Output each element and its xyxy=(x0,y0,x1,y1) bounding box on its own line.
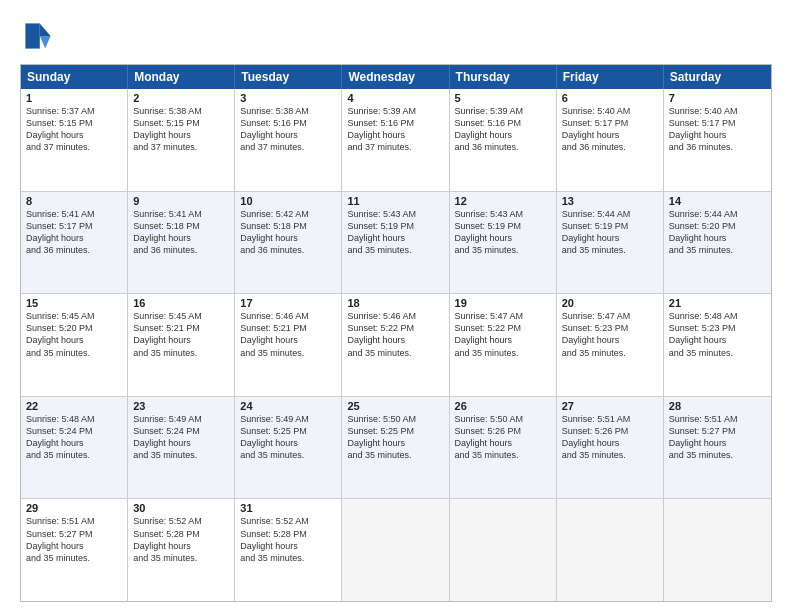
calendar-header-cell: Saturday xyxy=(664,65,771,89)
calendar-cell: 1Sunrise: 5:37 AMSunset: 5:15 PMDaylight… xyxy=(21,89,128,191)
calendar-cell: 7Sunrise: 5:40 AMSunset: 5:17 PMDaylight… xyxy=(664,89,771,191)
sunrise-text: Sunrise: 5:51 AM xyxy=(562,413,658,425)
sunrise-text: Sunrise: 5:42 AM xyxy=(240,208,336,220)
calendar-cell: 5Sunrise: 5:39 AMSunset: 5:16 PMDaylight… xyxy=(450,89,557,191)
day-number: 29 xyxy=(26,502,122,514)
daylight-value: and 37 minutes. xyxy=(240,141,336,153)
day-number: 26 xyxy=(455,400,551,412)
day-number: 23 xyxy=(133,400,229,412)
calendar-header-cell: Friday xyxy=(557,65,664,89)
sunset-text: Sunset: 5:23 PM xyxy=(562,322,658,334)
sunrise-text: Sunrise: 5:51 AM xyxy=(26,515,122,527)
calendar-week: 29Sunrise: 5:51 AMSunset: 5:27 PMDayligh… xyxy=(21,499,771,601)
calendar-cell: 22Sunrise: 5:48 AMSunset: 5:24 PMDayligh… xyxy=(21,397,128,499)
daylight-label: Daylight hours xyxy=(562,334,658,346)
daylight-value: and 35 minutes. xyxy=(240,552,336,564)
calendar-body: 1Sunrise: 5:37 AMSunset: 5:15 PMDaylight… xyxy=(21,89,771,601)
sunset-text: Sunset: 5:28 PM xyxy=(133,528,229,540)
calendar-header-cell: Monday xyxy=(128,65,235,89)
calendar-cell: 29Sunrise: 5:51 AMSunset: 5:27 PMDayligh… xyxy=(21,499,128,601)
calendar-cell: 28Sunrise: 5:51 AMSunset: 5:27 PMDayligh… xyxy=(664,397,771,499)
calendar-cell: 9Sunrise: 5:41 AMSunset: 5:18 PMDaylight… xyxy=(128,192,235,294)
sunrise-text: Sunrise: 5:47 AM xyxy=(562,310,658,322)
sunrise-text: Sunrise: 5:51 AM xyxy=(669,413,766,425)
sunrise-text: Sunrise: 5:40 AM xyxy=(669,105,766,117)
calendar-cell: 3Sunrise: 5:38 AMSunset: 5:16 PMDaylight… xyxy=(235,89,342,191)
calendar-cell: 26Sunrise: 5:50 AMSunset: 5:26 PMDayligh… xyxy=(450,397,557,499)
day-number: 18 xyxy=(347,297,443,309)
day-number: 7 xyxy=(669,92,766,104)
daylight-label: Daylight hours xyxy=(133,437,229,449)
day-number: 17 xyxy=(240,297,336,309)
sunset-text: Sunset: 5:17 PM xyxy=(669,117,766,129)
calendar-week: 15Sunrise: 5:45 AMSunset: 5:20 PMDayligh… xyxy=(21,294,771,397)
daylight-label: Daylight hours xyxy=(562,437,658,449)
svg-marker-0 xyxy=(40,23,51,36)
sunset-text: Sunset: 5:26 PM xyxy=(455,425,551,437)
daylight-label: Daylight hours xyxy=(669,334,766,346)
day-number: 6 xyxy=(562,92,658,104)
daylight-value: and 37 minutes. xyxy=(133,141,229,153)
daylight-value: and 36 minutes. xyxy=(240,244,336,256)
calendar-header-cell: Thursday xyxy=(450,65,557,89)
day-number: 25 xyxy=(347,400,443,412)
sunrise-text: Sunrise: 5:45 AM xyxy=(133,310,229,322)
day-number: 8 xyxy=(26,195,122,207)
sunset-text: Sunset: 5:16 PM xyxy=(240,117,336,129)
daylight-value: and 35 minutes. xyxy=(562,347,658,359)
daylight-label: Daylight hours xyxy=(240,129,336,141)
daylight-label: Daylight hours xyxy=(26,540,122,552)
daylight-label: Daylight hours xyxy=(26,334,122,346)
daylight-label: Daylight hours xyxy=(240,540,336,552)
header xyxy=(20,18,772,54)
sunrise-text: Sunrise: 5:52 AM xyxy=(240,515,336,527)
calendar-cell: 2Sunrise: 5:38 AMSunset: 5:15 PMDaylight… xyxy=(128,89,235,191)
sunset-text: Sunset: 5:16 PM xyxy=(455,117,551,129)
daylight-label: Daylight hours xyxy=(133,232,229,244)
sunset-text: Sunset: 5:26 PM xyxy=(562,425,658,437)
daylight-value: and 35 minutes. xyxy=(669,347,766,359)
sunrise-text: Sunrise: 5:41 AM xyxy=(26,208,122,220)
calendar-cell: 17Sunrise: 5:46 AMSunset: 5:21 PMDayligh… xyxy=(235,294,342,396)
logo-icon xyxy=(20,18,56,54)
day-number: 22 xyxy=(26,400,122,412)
day-number: 31 xyxy=(240,502,336,514)
sunrise-text: Sunrise: 5:50 AM xyxy=(455,413,551,425)
day-number: 1 xyxy=(26,92,122,104)
day-number: 27 xyxy=(562,400,658,412)
calendar-cell xyxy=(342,499,449,601)
calendar-week: 22Sunrise: 5:48 AMSunset: 5:24 PMDayligh… xyxy=(21,397,771,500)
day-number: 16 xyxy=(133,297,229,309)
daylight-label: Daylight hours xyxy=(347,232,443,244)
daylight-value: and 35 minutes. xyxy=(240,347,336,359)
sunset-text: Sunset: 5:21 PM xyxy=(240,322,336,334)
daylight-label: Daylight hours xyxy=(455,129,551,141)
sunset-text: Sunset: 5:19 PM xyxy=(562,220,658,232)
daylight-value: and 36 minutes. xyxy=(26,244,122,256)
daylight-label: Daylight hours xyxy=(26,437,122,449)
daylight-label: Daylight hours xyxy=(347,129,443,141)
daylight-value: and 35 minutes. xyxy=(347,449,443,461)
calendar-cell: 8Sunrise: 5:41 AMSunset: 5:17 PMDaylight… xyxy=(21,192,128,294)
daylight-label: Daylight hours xyxy=(26,129,122,141)
day-number: 2 xyxy=(133,92,229,104)
sunset-text: Sunset: 5:22 PM xyxy=(455,322,551,334)
day-number: 30 xyxy=(133,502,229,514)
day-number: 20 xyxy=(562,297,658,309)
day-number: 10 xyxy=(240,195,336,207)
calendar-cell xyxy=(664,499,771,601)
sunset-text: Sunset: 5:18 PM xyxy=(240,220,336,232)
sunset-text: Sunset: 5:25 PM xyxy=(347,425,443,437)
day-number: 14 xyxy=(669,195,766,207)
page: SundayMondayTuesdayWednesdayThursdayFrid… xyxy=(0,0,792,612)
daylight-value: and 36 minutes. xyxy=(133,244,229,256)
day-number: 9 xyxy=(133,195,229,207)
sunrise-text: Sunrise: 5:46 AM xyxy=(240,310,336,322)
sunset-text: Sunset: 5:19 PM xyxy=(347,220,443,232)
sunset-text: Sunset: 5:20 PM xyxy=(26,322,122,334)
daylight-label: Daylight hours xyxy=(455,437,551,449)
sunrise-text: Sunrise: 5:43 AM xyxy=(455,208,551,220)
svg-marker-2 xyxy=(25,23,39,48)
calendar-cell: 27Sunrise: 5:51 AMSunset: 5:26 PMDayligh… xyxy=(557,397,664,499)
sunrise-text: Sunrise: 5:49 AM xyxy=(133,413,229,425)
